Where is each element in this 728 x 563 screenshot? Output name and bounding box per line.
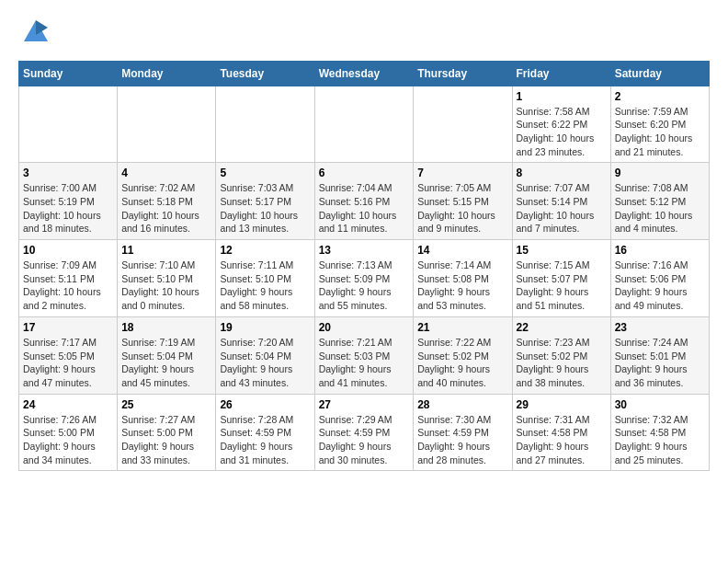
calendar-cell: 12Sunrise: 7:11 AM Sunset: 5:10 PM Dayli… [216,240,314,317]
day-header: Tuesday [216,61,314,86]
calendar-cell: 20Sunrise: 7:21 AM Sunset: 5:03 PM Dayli… [314,316,414,394]
day-info: Sunrise: 7:07 AM Sunset: 5:14 PM Dayligh… [517,181,607,236]
calendar-cell: 10Sunrise: 7:09 AM Sunset: 5:11 PM Dayli… [19,240,118,317]
day-number: 13 [319,244,410,257]
calendar-cell: 30Sunrise: 7:32 AM Sunset: 4:58 PM Dayli… [610,394,709,471]
day-info: Sunrise: 7:22 AM Sunset: 5:02 PM Dayligh… [417,336,507,390]
calendar-cell: 24Sunrise: 7:26 AM Sunset: 5:00 PM Dayli… [19,394,118,471]
day-info: Sunrise: 7:23 AM Sunset: 5:02 PM Dayligh… [517,336,607,390]
day-number: 23 [615,321,705,334]
day-number: 30 [615,398,705,411]
day-number: 15 [517,244,607,257]
day-number: 6 [319,167,410,179]
day-number: 3 [23,167,113,179]
day-info: Sunrise: 7:31 AM Sunset: 4:58 PM Dayligh… [517,413,607,467]
day-info: Sunrise: 7:05 AM Sunset: 5:15 PM Dayligh… [417,181,507,236]
calendar-cell: 26Sunrise: 7:28 AM Sunset: 4:59 PM Dayli… [216,394,314,471]
calendar-cell [216,86,314,163]
logo [18,18,50,52]
day-number: 26 [220,398,310,411]
calendar-cell: 29Sunrise: 7:31 AM Sunset: 4:58 PM Dayli… [512,394,610,471]
calendar-cell: 8Sunrise: 7:07 AM Sunset: 5:14 PM Daylig… [512,163,610,240]
day-number: 27 [319,398,410,411]
calendar-week-row: 3Sunrise: 7:00 AM Sunset: 5:19 PM Daylig… [19,163,710,240]
day-number: 18 [121,321,211,334]
day-number: 14 [417,244,507,257]
day-header: Sunday [19,61,118,86]
calendar-cell: 11Sunrise: 7:10 AM Sunset: 5:10 PM Dayli… [118,240,216,317]
calendar-cell: 3Sunrise: 7:00 AM Sunset: 5:19 PM Daylig… [19,163,118,240]
calendar-body: 1Sunrise: 7:58 AM Sunset: 6:22 PM Daylig… [19,86,710,471]
day-number: 4 [121,167,211,179]
calendar-cell: 9Sunrise: 7:08 AM Sunset: 5:12 PM Daylig… [610,163,709,240]
day-info: Sunrise: 7:16 AM Sunset: 5:06 PM Dayligh… [615,259,705,313]
day-info: Sunrise: 7:30 AM Sunset: 4:59 PM Dayligh… [417,413,507,467]
day-number: 8 [517,167,607,179]
day-info: Sunrise: 7:27 AM Sunset: 5:00 PM Dayligh… [121,413,211,467]
day-info: Sunrise: 7:20 AM Sunset: 5:04 PM Dayligh… [220,336,310,390]
calendar-cell [118,86,216,163]
calendar-cell: 21Sunrise: 7:22 AM Sunset: 5:02 PM Dayli… [414,316,512,394]
day-info: Sunrise: 7:14 AM Sunset: 5:08 PM Dayligh… [417,259,507,313]
logo-icon [22,18,50,46]
calendar-cell: 17Sunrise: 7:17 AM Sunset: 5:05 PM Dayli… [19,316,118,394]
day-info: Sunrise: 7:10 AM Sunset: 5:10 PM Dayligh… [121,259,211,313]
calendar-cell [19,86,118,163]
calendar-cell: 23Sunrise: 7:24 AM Sunset: 5:01 PM Dayli… [610,316,709,394]
day-info: Sunrise: 7:17 AM Sunset: 5:05 PM Dayligh… [23,336,113,390]
day-number: 24 [23,398,113,411]
day-number: 7 [417,167,507,179]
day-info: Sunrise: 7:15 AM Sunset: 5:07 PM Dayligh… [517,259,607,313]
calendar-cell: 5Sunrise: 7:03 AM Sunset: 5:17 PM Daylig… [216,163,314,240]
calendar-week-row: 17Sunrise: 7:17 AM Sunset: 5:05 PM Dayli… [19,316,710,394]
day-header: Thursday [414,61,512,86]
page-header [18,18,710,52]
calendar-table: SundayMondayTuesdayWednesdayThursdayFrid… [18,61,710,472]
day-number: 21 [417,321,507,334]
day-number: 22 [517,321,607,334]
day-number: 25 [121,398,211,411]
day-header: Monday [118,61,216,86]
day-header: Wednesday [314,61,414,86]
day-number: 20 [319,321,410,334]
day-info: Sunrise: 7:04 AM Sunset: 5:16 PM Dayligh… [319,181,410,236]
day-info: Sunrise: 7:26 AM Sunset: 5:00 PM Dayligh… [23,413,113,467]
calendar-week-row: 1Sunrise: 7:58 AM Sunset: 6:22 PM Daylig… [19,86,710,163]
calendar-cell: 19Sunrise: 7:20 AM Sunset: 5:04 PM Dayli… [216,316,314,394]
day-number: 28 [417,398,507,411]
calendar-cell: 27Sunrise: 7:29 AM Sunset: 4:59 PM Dayli… [314,394,414,471]
calendar-cell: 6Sunrise: 7:04 AM Sunset: 5:16 PM Daylig… [314,163,414,240]
calendar-cell: 22Sunrise: 7:23 AM Sunset: 5:02 PM Dayli… [512,316,610,394]
day-info: Sunrise: 7:11 AM Sunset: 5:10 PM Dayligh… [220,259,310,313]
calendar-cell [414,86,512,163]
day-info: Sunrise: 7:19 AM Sunset: 5:04 PM Dayligh… [121,336,211,390]
calendar-cell: 25Sunrise: 7:27 AM Sunset: 5:00 PM Dayli… [118,394,216,471]
day-header: Saturday [610,61,709,86]
day-info: Sunrise: 7:00 AM Sunset: 5:19 PM Dayligh… [23,181,113,236]
calendar-cell: 18Sunrise: 7:19 AM Sunset: 5:04 PM Dayli… [118,316,216,394]
calendar-cell: 15Sunrise: 7:15 AM Sunset: 5:07 PM Dayli… [512,240,610,317]
calendar-cell: 16Sunrise: 7:16 AM Sunset: 5:06 PM Dayli… [610,240,709,317]
calendar-cell: 14Sunrise: 7:14 AM Sunset: 5:08 PM Dayli… [414,240,512,317]
day-info: Sunrise: 7:28 AM Sunset: 4:59 PM Dayligh… [220,413,310,467]
day-header: Friday [512,61,610,86]
day-number: 2 [615,90,705,103]
calendar-header: SundayMondayTuesdayWednesdayThursdayFrid… [19,61,710,86]
day-number: 12 [220,244,310,257]
day-number: 16 [615,244,705,257]
day-info: Sunrise: 7:02 AM Sunset: 5:18 PM Dayligh… [121,181,211,236]
day-info: Sunrise: 7:09 AM Sunset: 5:11 PM Dayligh… [23,259,113,313]
day-info: Sunrise: 7:24 AM Sunset: 5:01 PM Dayligh… [615,336,705,390]
day-info: Sunrise: 7:21 AM Sunset: 5:03 PM Dayligh… [319,336,410,390]
day-info: Sunrise: 7:29 AM Sunset: 4:59 PM Dayligh… [319,413,410,467]
day-info: Sunrise: 7:08 AM Sunset: 5:12 PM Dayligh… [615,181,705,236]
calendar-cell: 28Sunrise: 7:30 AM Sunset: 4:59 PM Dayli… [414,394,512,471]
day-info: Sunrise: 7:59 AM Sunset: 6:20 PM Dayligh… [615,105,705,159]
day-number: 5 [220,167,310,179]
day-number: 10 [23,244,113,257]
day-number: 9 [615,167,705,179]
day-number: 17 [23,321,113,334]
day-number: 11 [121,244,211,257]
day-number: 29 [517,398,607,411]
calendar-cell: 2Sunrise: 7:59 AM Sunset: 6:20 PM Daylig… [610,86,709,163]
